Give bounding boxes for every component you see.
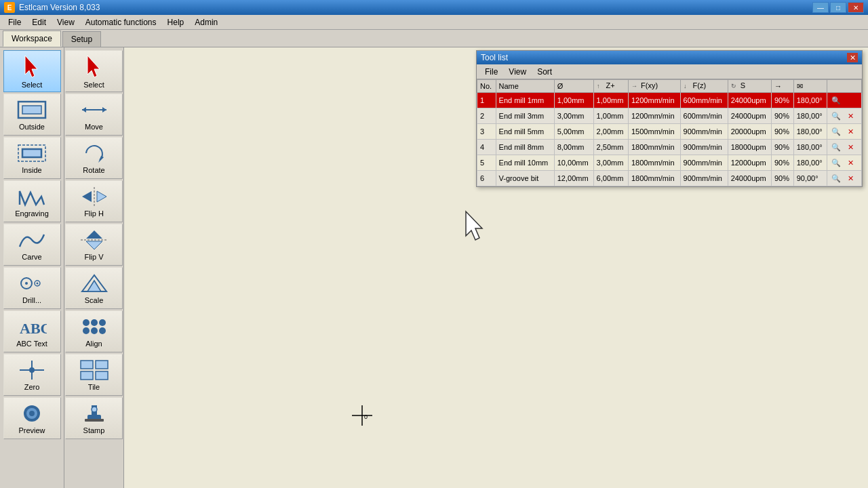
tool-search-button[interactable]: 🔍 [830, 157, 842, 169]
svg-marker-16 [87, 56, 100, 77]
tool-flip-v[interactable]: Flip V [65, 224, 123, 266]
tool-tile[interactable]: Tile [65, 354, 123, 396]
tool-rotate-label: Rotate [83, 166, 104, 174]
tool-search-button[interactable]: 🔍 [830, 110, 842, 122]
cell-actions: 🔍 ✕ [827, 155, 862, 171]
tool-rotate[interactable]: Rotate [65, 137, 123, 179]
tl-menu-sort[interactable]: Sort [532, 66, 557, 78]
menu-automatic-functions[interactable]: Automatic functions [80, 16, 162, 28]
tool-engraving[interactable]: Engraving [3, 180, 61, 222]
svg-point-12 [29, 367, 35, 373]
tool-search-button[interactable]: 🔍 [830, 125, 842, 138]
tl-menu-file[interactable]: File [479, 66, 503, 78]
tool-scale-label: Scale [85, 296, 104, 304]
table-row[interactable]: 6 V-groove bit 12,00mm 6,00mm 1800mm/min… [477, 171, 862, 186]
tool-search-button[interactable]: 🔍 [830, 94, 842, 106]
tool-select2[interactable]: Select [65, 50, 123, 92]
svg-point-34 [99, 327, 106, 334]
tool-search-button[interactable]: 🔍 [830, 172, 842, 184]
fz-icon: ↓ [684, 81, 692, 89]
svg-rect-4 [22, 149, 41, 157]
tool-flip-v-label: Flip V [84, 253, 103, 261]
tool-preview[interactable]: Preview [3, 397, 61, 439]
tool-scale[interactable]: Scale [65, 267, 123, 309]
tool-text[interactable]: ABC ABC Text [3, 310, 61, 352]
th-s: ↻ S [728, 80, 771, 93]
table-row[interactable]: 1 End mill 1mm 1,00mm 1,00mm 1200mm/min … [477, 93, 862, 108]
cell-no: 6 [477, 171, 496, 186]
tool-search-button[interactable]: 🔍 [830, 141, 842, 153]
svg-marker-0 [25, 56, 37, 77]
menu-admin[interactable]: Admin [189, 16, 223, 28]
tool-carve[interactable]: Carve [3, 224, 61, 266]
cell-s: 12000upm [728, 155, 771, 171]
tool-inside[interactable]: Inside [3, 137, 61, 179]
cell-actions: 🔍 ✕ [827, 93, 862, 108]
tool-delete-button[interactable]: ✕ [844, 141, 856, 153]
tab-workspace[interactable]: Workspace [3, 30, 61, 47]
th-name: Name [496, 80, 554, 93]
tool-delete-button[interactable]: ✕ [844, 172, 856, 184]
cell-fxy: 1500mm/min [629, 124, 681, 140]
tool-select2-label: Select [83, 81, 104, 89]
table-row[interactable]: 4 End mill 8mm 8,00mm 2,50mm 1800mm/min … [477, 140, 862, 155]
tool-stamp[interactable]: Stamp [65, 397, 123, 439]
cell-fz: 600mm/min [680, 108, 728, 124]
tool-move[interactable]: Move [65, 94, 123, 136]
tab-setup[interactable]: Setup [62, 31, 101, 47]
cell-actions: 🔍 ✕ [827, 140, 862, 155]
rotate-icon [79, 142, 109, 164]
tool-align[interactable]: Align [65, 310, 123, 352]
cross-cursor: 0 [352, 405, 372, 428]
tool-preview-label: Preview [18, 426, 45, 434]
tool-zero[interactable]: Zero [3, 354, 61, 396]
svg-rect-35 [81, 361, 93, 369]
tool-flip-h[interactable]: Flip H [65, 180, 123, 222]
window-close-button[interactable]: ✕ [848, 2, 864, 13]
table-row[interactable]: 3 End mill 5mm 5,00mm 2,00mm 1500mm/min … [477, 124, 862, 140]
cell-name: V-groove bit [496, 171, 554, 186]
cell-fz: 900mm/min [680, 140, 728, 155]
th-diameter: Ø [554, 80, 593, 93]
tool-select[interactable]: Select [3, 50, 61, 92]
tool-delete-button[interactable]: ✕ [844, 94, 856, 106]
svg-rect-37 [81, 371, 93, 380]
tool-outside[interactable]: Outside [3, 94, 61, 136]
table-row[interactable]: 5 End mill 10mm 10,00mm 3,00mm 1800mm/mi… [477, 155, 862, 171]
cell-diameter: 5,00mm [554, 124, 593, 140]
menu-view[interactable]: View [52, 16, 80, 28]
svg-marker-19 [102, 107, 106, 113]
scale-icon [79, 272, 109, 294]
tool-delete-button[interactable]: ✕ [844, 157, 856, 169]
cell-diameter: 10,00mm [554, 155, 593, 171]
minimize-button[interactable]: — [812, 2, 829, 13]
tool-tile-label: Tile [88, 383, 100, 391]
svg-text:↻: ↻ [731, 83, 736, 89]
cell-angle: 180,00° [793, 140, 827, 155]
svg-point-7 [25, 282, 28, 285]
tool-list-close-button[interactable]: ✕ [847, 53, 858, 62]
svg-marker-18 [82, 107, 86, 113]
tool-delete-button[interactable]: ✕ [844, 125, 856, 138]
cell-actions: 🔍 ✕ [827, 171, 862, 186]
table-row[interactable]: 2 End mill 3mm 3,00mm 1,00mm 1200mm/min … [477, 108, 862, 124]
cell-zplus: 2,50mm [593, 140, 628, 155]
tool-stamp-label: Stamp [83, 426, 105, 434]
menu-help[interactable]: Help [162, 16, 190, 28]
tl-menu-view[interactable]: View [503, 66, 532, 78]
cell-fz: 600mm/min [680, 93, 728, 108]
cell-name: End mill 10mm [496, 155, 554, 171]
tool-drill[interactable]: Drill... [3, 267, 61, 309]
tool-list-title: Tool list [481, 53, 508, 62]
cell-name: End mill 1mm [496, 93, 554, 108]
menu-file[interactable]: File [3, 16, 26, 28]
svg-marker-25 [86, 230, 102, 239]
maximize-button[interactable]: □ [830, 2, 846, 13]
menu-edit[interactable]: Edit [26, 16, 52, 28]
cell-name: End mill 3mm [496, 108, 554, 124]
tool-delete-button[interactable]: ✕ [844, 110, 856, 122]
svg-rect-2 [22, 106, 41, 114]
cross-cursor-icon: 0 [352, 405, 372, 426]
tool-zero-label: Zero [24, 383, 40, 391]
cell-no: 2 [477, 108, 496, 124]
